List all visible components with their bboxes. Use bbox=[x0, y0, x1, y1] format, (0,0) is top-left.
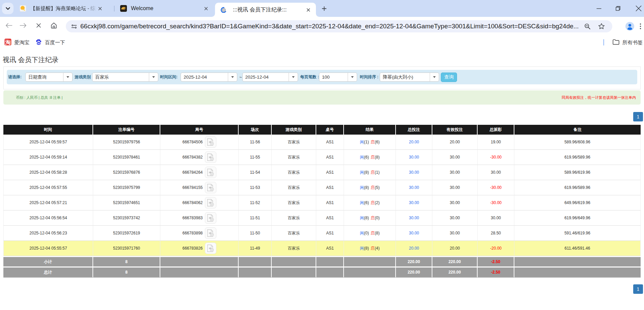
player-count: (1) bbox=[364, 140, 369, 144]
cell-game-type: 百家乐 bbox=[272, 135, 316, 150]
note-text: 同局有效投注，统一计算在该局第一张注单内 bbox=[562, 95, 636, 100]
cell-total-bet[interactable]: 30.00 bbox=[396, 195, 432, 210]
tab-haiyan-forum[interactable]: 【新提醒】海燕策略论坛 - 综合 bbox=[16, 0, 117, 17]
bookmark-label: 百度一下 bbox=[45, 39, 65, 46]
window-restore-button[interactable] bbox=[613, 4, 623, 13]
cell-total-bet[interactable]: 30.00 bbox=[396, 210, 432, 226]
banker-result: 庄 bbox=[371, 170, 375, 175]
query-button[interactable]: 查询 bbox=[441, 73, 457, 82]
bet-records-table: 时间注单编号局号场次游戏类别桌号结果总投注有效投注总派彩备注2025-12-04… bbox=[3, 125, 641, 278]
cell-payout: -30.00 bbox=[478, 195, 514, 210]
page-size-input[interactable]: 100 bbox=[319, 73, 357, 82]
close-icon[interactable] bbox=[203, 6, 209, 11]
chevron-down-icon[interactable] bbox=[149, 73, 158, 81]
tab-title: :::视讯 会员下注纪录::: bbox=[233, 6, 305, 13]
video-replay-button[interactable] bbox=[205, 136, 216, 148]
video-replay-button[interactable] bbox=[205, 182, 216, 193]
cell-payout: 30.00 bbox=[478, 165, 514, 180]
banker-result: 庄 bbox=[371, 154, 375, 160]
cell-total-bet[interactable]: 30.00 bbox=[396, 226, 432, 241]
new-tab-button[interactable] bbox=[319, 4, 329, 14]
close-icon[interactable] bbox=[305, 7, 311, 12]
profile-avatar[interactable] bbox=[625, 22, 634, 31]
stop-loading-button[interactable] bbox=[33, 17, 44, 34]
cell-round: 666783826 bbox=[160, 241, 239, 256]
zoom-out-button[interactable] bbox=[582, 20, 592, 32]
player-result: 闲 bbox=[360, 215, 364, 221]
svg-text:淘: 淘 bbox=[5, 39, 11, 45]
cell-round: 666784506 bbox=[160, 135, 239, 150]
video-replay-button[interactable] bbox=[205, 167, 216, 178]
banker-result: 庄 bbox=[371, 185, 375, 191]
bookmark-star-button[interactable] bbox=[596, 20, 607, 32]
round-number: 666784062 bbox=[182, 200, 203, 205]
cell-note: 589.96/608.96 bbox=[514, 135, 641, 150]
cell-session: 11-50 bbox=[239, 226, 272, 241]
chevron-down-icon[interactable] bbox=[348, 73, 357, 81]
cell-total-bet[interactable]: 20.00 bbox=[396, 135, 432, 150]
date-start-input[interactable]: 2025-12-04 bbox=[181, 73, 237, 82]
round-number: 666783898 bbox=[182, 231, 203, 235]
select-type-combobox[interactable]: 日期查询 bbox=[25, 73, 73, 82]
chevron-down-icon[interactable] bbox=[63, 73, 72, 81]
table-row: 2025-12-04 05:56:23523015972619666783898… bbox=[3, 226, 641, 241]
cell-valid-bet: 30.00 bbox=[432, 195, 478, 210]
date-end-input[interactable]: 2025-12-04 bbox=[242, 73, 298, 82]
chevron-down-icon[interactable] bbox=[228, 73, 237, 81]
cell-total-bet[interactable]: 20.00 bbox=[396, 241, 432, 256]
column-header: 备注 bbox=[514, 125, 641, 135]
sort-label: 时间排序 : bbox=[360, 74, 378, 80]
video-replay-button[interactable] bbox=[205, 151, 216, 163]
close-icon[interactable] bbox=[97, 6, 103, 11]
total-empty bbox=[272, 266, 316, 278]
banker-count: (8) bbox=[375, 231, 380, 235]
tab-search-button[interactable] bbox=[2, 3, 14, 14]
window-close-button[interactable] bbox=[634, 4, 643, 13]
video-replay-button[interactable] bbox=[205, 227, 216, 239]
player-count: (8) bbox=[364, 185, 369, 190]
banker-count: (8) bbox=[375, 155, 380, 160]
forward-button[interactable] bbox=[17, 17, 29, 34]
cell-game-type: 百家乐 bbox=[272, 226, 316, 241]
url-bar[interactable]: 66cxkj98.com/game/betrecord_search/kind3… bbox=[66, 20, 612, 32]
chevron-down-icon[interactable] bbox=[289, 73, 298, 81]
cell-bet-id: 523015974651 bbox=[93, 195, 160, 210]
cell-payout: 28.50 bbox=[478, 226, 514, 241]
total-empty bbox=[160, 266, 239, 278]
video-replay-button[interactable] bbox=[205, 197, 216, 208]
bookmark-baidu[interactable]: du 百度一下 bbox=[35, 34, 65, 51]
home-button[interactable] bbox=[48, 17, 59, 34]
column-header: 总派彩 bbox=[478, 125, 514, 135]
video-replay-button[interactable] bbox=[205, 212, 216, 224]
chevron-down-icon[interactable] bbox=[430, 73, 439, 81]
cell-session: 11-54 bbox=[239, 165, 272, 180]
pagination-page-1-top[interactable]: 1 bbox=[633, 112, 643, 121]
cell-total-bet[interactable]: 30.00 bbox=[396, 150, 432, 165]
round-number: 666784155 bbox=[182, 185, 203, 190]
cell-total-bet[interactable]: 30.00 bbox=[396, 165, 432, 180]
url-text[interactable]: 66cxkj98.com/game/betrecord_search/kind3… bbox=[80, 23, 581, 30]
summary-bar: 币别 : 人民币 | 总共 :8 注单 | 同局有效投注，统一计算在该局第一张注… bbox=[3, 90, 641, 105]
gold-dragon-icon bbox=[120, 5, 127, 12]
back-button[interactable] bbox=[3, 17, 15, 34]
site-info-icon[interactable] bbox=[69, 22, 79, 31]
page-title: 视讯 会员下注纪录 bbox=[3, 55, 59, 64]
tab-welcome[interactable]: Welcome bbox=[117, 0, 213, 17]
player-result: 闲 bbox=[360, 154, 364, 160]
cell-note: 611.46/591.46 bbox=[514, 241, 641, 256]
bookmark-aitaobao[interactable]: 淘 爱淘宝 bbox=[4, 34, 29, 51]
baidu-icon: du bbox=[35, 38, 42, 47]
window-minimize-button[interactable] bbox=[594, 4, 603, 13]
game-type-combobox[interactable]: 百家乐 bbox=[92, 73, 158, 82]
cell-time: 2025-12-04 05:56:23 bbox=[3, 226, 93, 241]
pagination-page-1-bottom[interactable]: 1 bbox=[633, 284, 643, 294]
video-replay-button[interactable] bbox=[205, 243, 216, 254]
total-empty bbox=[316, 266, 344, 278]
browser-menu-button[interactable] bbox=[637, 20, 643, 32]
dropdown-arrow-triangle bbox=[66, 76, 69, 78]
sort-combobox[interactable]: 降幂(由大到小) bbox=[380, 73, 439, 82]
cell-result: 闲(8)庄(1) bbox=[344, 165, 396, 180]
all-bookmarks-button[interactable]: 所有书签 bbox=[613, 34, 643, 51]
tab-bet-records-active[interactable]: :::视讯 会员下注纪录::: bbox=[215, 3, 316, 17]
cell-total-bet[interactable]: 30.00 bbox=[396, 180, 432, 195]
